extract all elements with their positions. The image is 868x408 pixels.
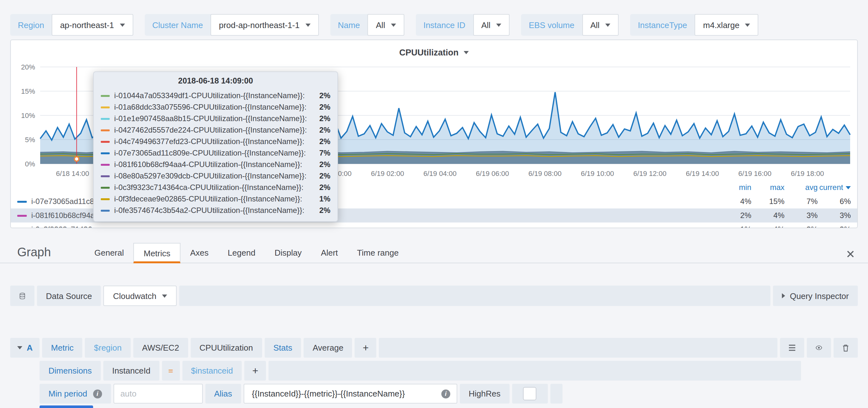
tab-metrics[interactable]: Metrics: [134, 243, 181, 263]
y-axis-label: 15%: [21, 87, 35, 95]
add-dimension-button[interactable]: +: [245, 361, 266, 381]
tooltip-series-value: 2%: [319, 103, 330, 112]
add-stat-button[interactable]: +: [355, 338, 377, 358]
filter-instance-type: InstanceType m4.xlarge: [630, 14, 758, 36]
tooltip-series-name: i-01a68ddc33a075596-CPUUtilization-{{Ins…: [114, 103, 314, 112]
alias-input-box: i: [244, 384, 457, 404]
tooltip-series-value: 2%: [319, 126, 330, 134]
cluster-name-dropdown[interactable]: prod-ap-northeast-1-1: [211, 14, 318, 36]
legend-avg-value: 3%: [784, 211, 817, 220]
region-dropdown[interactable]: ap-northeast-1: [52, 14, 133, 36]
query-delete-button[interactable]: [834, 338, 858, 358]
query-ref-toggle[interactable]: A: [10, 338, 39, 358]
chevron-down-icon: [496, 23, 501, 27]
legend-series-name: i-07e73065ad11c8: [31, 197, 94, 206]
series-color-dash-icon: [101, 106, 110, 108]
instance-type-dropdown[interactable]: m4.xlarge: [695, 14, 758, 36]
dimension-equals: =: [162, 361, 180, 381]
tooltip-series-name: i-0fe3574674c3b54a2-CPUUtilization-{{Ins…: [114, 206, 314, 215]
query-ref-id: A: [27, 343, 33, 352]
legend-row: i-0c3f9323c714361%4%3%3%: [11, 222, 857, 228]
x-axis-label: 6/19 18:00: [791, 169, 824, 178]
dimensions-label: Dimensions: [39, 361, 101, 381]
legend-min-value: 4%: [718, 197, 751, 206]
series-color-dash-icon: [101, 186, 110, 188]
chevron-down-icon: [305, 23, 310, 27]
x-axis-label: 6/19 08:00: [528, 169, 562, 178]
query-visibility-button[interactable]: [807, 338, 831, 358]
cluster-name-value: prod-ap-northeast-1-1: [219, 20, 300, 30]
datasource-row-filler: [179, 286, 770, 306]
instance-id-dropdown[interactable]: All: [473, 14, 509, 36]
tab-display[interactable]: Display: [265, 243, 311, 263]
legend-header-label: min: [739, 183, 751, 192]
eye-icon: [816, 344, 822, 352]
trash-icon: [842, 343, 849, 352]
tooltip-series-row: i-0fe3574674c3b54a2-CPUUtilization-{{Ins…: [101, 205, 330, 216]
series-color-dash-icon: [17, 215, 27, 216]
tab-alert[interactable]: Alert: [311, 243, 347, 263]
y-axis-label: 0%: [25, 160, 35, 168]
legend-sort-max[interactable]: max: [751, 183, 784, 192]
min-period-label: Min period: [49, 389, 87, 399]
name-dropdown[interactable]: All: [368, 14, 404, 36]
ebs-volume-dropdown[interactable]: All: [582, 14, 619, 36]
tooltip-series-row: i-0c3f9323c714364ca-CPUUtilization-{{Ins…: [101, 182, 330, 193]
y-axis-label: 20%: [21, 63, 35, 71]
legend-series-toggle[interactable]: i-0c3f9323c71436: [17, 225, 718, 228]
graph-tooltip: 2018-06-18 14:09:00 i-01044a7a053349df1-…: [93, 71, 338, 222]
legend-max-value: 4%: [751, 211, 784, 220]
alias-input[interactable]: [251, 388, 436, 399]
tooltip-series-row: i-01a68ddc33a075596-CPUUtilization-{{Ins…: [101, 101, 330, 113]
dimensions-row: Dimensions InstanceId = $instanceid +: [39, 361, 801, 381]
filter-name: Name All: [330, 14, 404, 36]
highres-checkbox[interactable]: [523, 387, 537, 400]
dimension-value-segment[interactable]: $instanceid: [182, 361, 242, 381]
tab-time-range[interactable]: Time range: [348, 243, 408, 263]
grafana-dashboard: Region ap-northeast-1 Cluster Name prod-…: [0, 0, 868, 408]
tab-legend[interactable]: Legend: [218, 243, 265, 263]
tooltip-series-value: 2%: [319, 137, 330, 146]
legend-current-value: 3%: [817, 211, 851, 220]
dimension-key-segment[interactable]: InstanceId: [103, 361, 159, 381]
tab-general[interactable]: General: [85, 243, 134, 263]
query-menu-button[interactable]: [780, 338, 804, 358]
chevron-down-icon: [162, 294, 167, 297]
tooltip-series-row: i-081f610b68cf94aa4-CPUUtilization-{{Ins…: [101, 159, 330, 170]
filter-label-region: Region: [10, 14, 52, 36]
legend-sort-min[interactable]: min: [718, 183, 751, 192]
collapse-caret-icon: [17, 346, 22, 349]
x-axis-label: 6/19 16:00: [738, 169, 771, 178]
datasource-icon-box: [10, 286, 34, 306]
legend-sort-avg[interactable]: avg: [784, 183, 817, 192]
hover-point: [74, 157, 79, 161]
tooltip-series-name: i-0f3fdeceae9e02865-CPUUtilization-{{Ins…: [114, 194, 314, 203]
legend-series-name: i-081f610b68cf94a: [31, 211, 95, 220]
legend-min-value: 2%: [718, 211, 751, 220]
legend-sort-current[interactable]: current: [817, 183, 851, 192]
sort-caret-icon: [846, 186, 851, 189]
panel-title-menu[interactable]: CPUUtilization: [11, 48, 857, 57]
namespace-segment[interactable]: AWS/EC2: [133, 338, 188, 358]
query-row-a: A Metric $region AWS/EC2 CPUUtilization …: [10, 338, 858, 358]
tooltip-series-value: 2%: [319, 114, 330, 123]
chevron-down-icon: [605, 23, 610, 27]
close-editor-button[interactable]: [847, 249, 854, 260]
panel-editor-header: Graph GeneralMetricsAxesLegendDisplayAle…: [0, 244, 868, 263]
datasource-row: Data Source Cloudwatch Query Inspector: [10, 286, 858, 306]
metric-name-segment[interactable]: CPUUtilization: [191, 338, 262, 358]
query-inspector-label: Query Inspector: [790, 291, 849, 301]
region-variable-segment[interactable]: $region: [85, 338, 131, 358]
tab-axes[interactable]: Axes: [181, 243, 218, 263]
chevron-down-icon: [391, 23, 396, 27]
chevron-down-icon: [745, 23, 750, 27]
dimensions-row-filler: [269, 361, 801, 381]
stat-segment[interactable]: Average: [304, 338, 352, 358]
datasource-dropdown[interactable]: Cloudwatch: [104, 286, 177, 306]
add-query-button-partial[interactable]: [39, 405, 93, 408]
min-period-input[interactable]: [113, 384, 203, 404]
editor-tabs: GeneralMetricsAxesLegendDisplayAlertTime…: [85, 243, 408, 263]
panel-title: CPUUtilization: [399, 48, 459, 57]
query-inspector-button[interactable]: Query Inspector: [773, 286, 858, 306]
filter-label-name: Name: [330, 14, 367, 36]
